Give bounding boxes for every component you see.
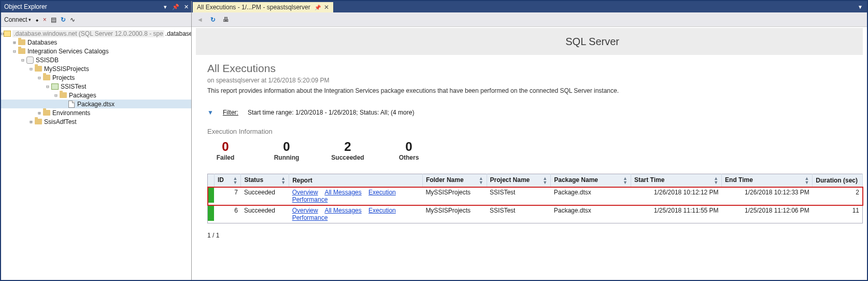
tree-node-environments[interactable]: ⊞ Environments [1, 108, 191, 117]
tree-label: MySSISProjects [44, 65, 89, 73]
cell-project: SSISTest [487, 205, 551, 223]
cell-end: 1/26/2018 10:12:33 PM [722, 187, 813, 205]
tree-label: SSISDB [36, 57, 59, 64]
tree-node-ssisadftest[interactable]: ⊞ SsisAdfTest [1, 117, 191, 126]
executions-table: ID▲▼ Status▲▼ Report Folder Name▲▼ Proje… [207, 174, 863, 223]
object-explorer-header: Object Explorer ▾ 📌 ✕ [1, 1, 191, 12]
folder-icon [42, 109, 51, 117]
cell-status: Succeeded [241, 205, 289, 223]
counter-failed: 0 Failed [207, 139, 244, 161]
filter-row: ▼ Filter: Start time range: 1/20/2018 - … [207, 109, 863, 116]
document-panel: All Executions - 1/...PM - speastsqlserv… [192, 1, 867, 280]
execution-counters: 0 Failed 0 Running 2 Succeeded 0 Others [207, 139, 863, 161]
cell-folder: MySSISProjects [422, 187, 487, 205]
table-row[interactable]: 7 Succeeded Overview All Messages Execut… [208, 187, 863, 205]
funnel-icon[interactable]: ▼ [207, 109, 214, 116]
tree-node-ssisdb[interactable]: ⊟ SSISDB [1, 55, 191, 64]
back-icon[interactable]: ◄ [197, 16, 203, 23]
counter-others: 0 Others [391, 139, 427, 161]
col-duration: Duration (sec) [813, 174, 863, 187]
cell-id: 6 [214, 205, 241, 223]
cell-duration: 2 [813, 187, 863, 205]
col-folder[interactable]: Folder Name▲▼ [422, 174, 487, 187]
counter-succeeded: 2 Succeeded [330, 139, 366, 161]
sort-icon: ▲▼ [623, 176, 628, 185]
tree-label: SsisAdfTest [44, 118, 77, 125]
col-status-indicator [208, 174, 215, 187]
report-description: This report provides information about t… [207, 87, 863, 94]
cell-id: 7 [214, 187, 241, 205]
col-project[interactable]: Project Name▲▼ [487, 174, 551, 187]
tree-label: Projects [52, 74, 75, 81]
tree-node-server[interactable]: ⊟ .database.windows.net (SQL Server 12.0… [1, 29, 191, 38]
file-icon [67, 100, 76, 108]
refresh-icon[interactable]: ↻ [61, 16, 66, 23]
folder-icon [59, 91, 67, 100]
col-id[interactable]: ID▲▼ [214, 174, 241, 187]
report-subtitle: on speastsqlserver at 1/26/2018 5:20:09 … [207, 77, 863, 84]
report-area: SQL Server All Executions on speastsqlse… [192, 27, 867, 280]
col-end[interactable]: End Time▲▼ [722, 174, 813, 187]
pager: 1 / 1 [207, 232, 863, 239]
print-icon[interactable]: 🖶 [223, 16, 229, 23]
stop-icon[interactable]: × [43, 16, 47, 23]
folder-icon [42, 74, 51, 82]
table-row[interactable]: 6 Succeeded Overview All Messages Execut… [208, 205, 863, 223]
cell-start: 1/26/2018 10:12:12 PM [631, 187, 721, 205]
database-icon [26, 56, 34, 64]
document-toolbar: ◄ ↻ 🖶 [192, 12, 867, 27]
pin-icon[interactable]: 📌 [170, 4, 181, 10]
tree-label: Integration Services Catalogs [27, 48, 109, 55]
report-title: All Executions [207, 62, 863, 75]
disconnect-icon[interactable]: ⬥ [35, 16, 39, 23]
tree-node-databases[interactable]: ⊞ Databases [1, 38, 191, 47]
all-messages-link[interactable]: All Messages [324, 207, 361, 214]
cell-project: SSISTest [487, 187, 551, 205]
folder-icon [34, 65, 42, 73]
filter-toolbar-icon[interactable]: ▤ [51, 16, 56, 23]
all-messages-link[interactable]: All Messages [324, 189, 361, 196]
col-package[interactable]: Package Name▲▼ [551, 174, 631, 187]
cell-package: Package.dtsx [551, 187, 631, 205]
window-dropdown-icon[interactable]: ▾ [160, 4, 170, 10]
filter-summary: Start time range: 1/20/2018 - 1/26/2018;… [248, 109, 415, 116]
sort-icon: ▲▼ [281, 176, 286, 185]
tree-node-ssistest[interactable]: ⊟ SSISTest [1, 82, 191, 91]
overview-link[interactable]: Overview [292, 207, 318, 214]
tab-overflow-icon[interactable]: ▼ [853, 4, 867, 10]
col-report: Report [289, 174, 423, 187]
tree-label: SSISTest [61, 83, 86, 90]
close-icon[interactable]: ✕ [181, 4, 191, 10]
status-indicator-icon [208, 205, 214, 221]
sort-icon: ▲▼ [233, 176, 237, 185]
tree-node-integration-services-catalogs[interactable]: ⊟ Integration Services Catalogs [1, 47, 191, 55]
col-start[interactable]: Start Time▲▼ [631, 174, 721, 187]
execution-info-label: Execution Information [207, 128, 863, 135]
server-icon [4, 30, 11, 38]
tree-node-packages[interactable]: ⊟ Packages [1, 91, 191, 100]
activity-icon[interactable]: ∿ [70, 16, 75, 23]
refresh-report-icon[interactable]: ↻ [210, 16, 216, 23]
tree-node-myssisprojects[interactable]: ⊟ MySSISProjects [1, 64, 191, 73]
cell-status: Succeeded [241, 187, 289, 205]
counter-running: 0 Running [268, 139, 305, 161]
brand-label: SQL Server [565, 36, 619, 48]
filter-link[interactable]: Filter: [223, 109, 238, 116]
object-explorer-tree[interactable]: ⊟ .database.windows.net (SQL Server 12.0… [1, 27, 191, 280]
col-status[interactable]: Status▲▼ [241, 174, 289, 187]
cell-end: 1/25/2018 11:12:06 PM [722, 205, 813, 223]
cell-start: 1/25/2018 11:11:55 PM [631, 205, 721, 223]
connect-button[interactable]: Connect ▾ [4, 16, 31, 23]
object-explorer-panel: Object Explorer ▾ 📌 ✕ Connect ▾ ⬥ × ▤ ↻ … [1, 1, 192, 280]
tree-node-package-dtsx[interactable]: Package.dtsx [1, 100, 191, 108]
tree-label: Packages [69, 92, 96, 99]
tab-close-icon[interactable]: ✕ [324, 4, 329, 11]
cell-report: Overview All Messages Execution Performa… [289, 187, 423, 205]
tab-pin-icon[interactable]: 📌 [315, 5, 321, 10]
tab-all-executions[interactable]: All Executions - 1/...PM - speastsqlserv… [193, 2, 333, 12]
overview-link[interactable]: Overview [292, 189, 318, 196]
folder-icon [18, 47, 26, 55]
object-explorer-title: Object Explorer [4, 3, 160, 10]
object-explorer-toolbar: Connect ▾ ⬥ × ▤ ↻ ∿ [1, 12, 191, 27]
tree-node-projects[interactable]: ⊟ Projects [1, 73, 191, 82]
